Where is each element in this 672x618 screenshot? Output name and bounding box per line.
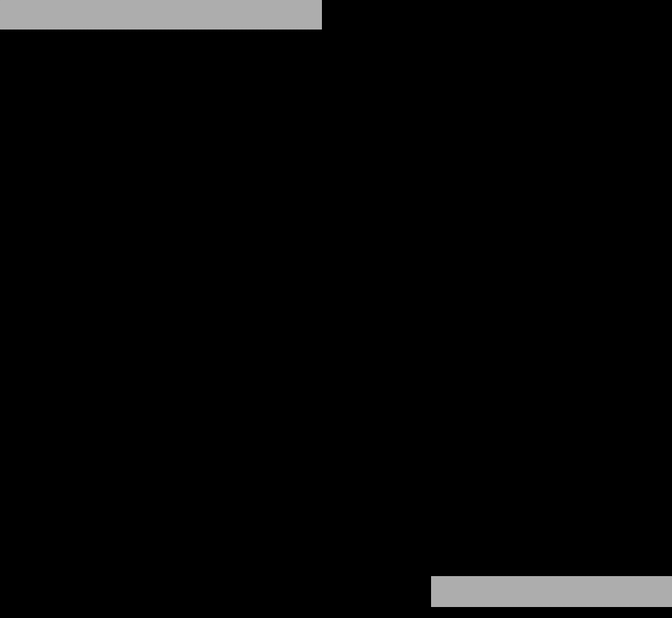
cape-legend — [430, 575, 672, 607]
map-canvas — [0, 0, 672, 618]
map-title-overlay — [0, 0, 323, 30]
wrf-map-screen — [0, 0, 672, 618]
